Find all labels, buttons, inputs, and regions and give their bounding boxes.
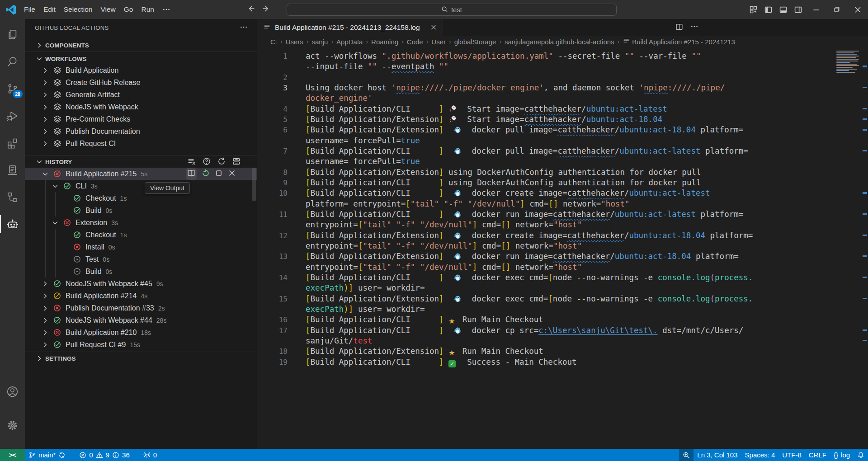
workflow-pull-request-ci[interactable]: Pull Request CI bbox=[25, 137, 257, 150]
hierarchy-icon[interactable] bbox=[0, 186, 25, 208]
overview-ruler[interactable] bbox=[862, 47, 868, 449]
restart-icon[interactable] bbox=[202, 169, 210, 179]
clear-history-icon[interactable] bbox=[188, 157, 196, 167]
log-line-15-2[interactable]: execPath)] user= workdir= bbox=[257, 304, 868, 315]
log-line-5[interactable]: 5[Build Application/Extension] Start ima… bbox=[257, 114, 868, 125]
log-line-17-2[interactable]: sanju/Git/test bbox=[257, 336, 868, 346]
collapse-all-icon[interactable] bbox=[232, 157, 241, 167]
log-line-11-2[interactable]: entrypoint=["tail" "-f" "/dev/null"] cmd… bbox=[257, 220, 868, 230]
more-actions-icon[interactable] bbox=[240, 23, 248, 33]
toggle-panel-icon[interactable] bbox=[776, 0, 791, 19]
breadcrumb-item[interactable]: Build Application #215 - 20241213 bbox=[623, 37, 735, 46]
search-icon[interactable] bbox=[0, 51, 25, 72]
back-icon[interactable] bbox=[247, 5, 255, 14]
search-input[interactable]: test bbox=[287, 4, 617, 16]
menu-edit[interactable]: Edit bbox=[39, 4, 60, 15]
log-line-1-1[interactable]: 1act --workflows ".github/workflows/appl… bbox=[257, 51, 868, 61]
eol[interactable]: CRLF bbox=[805, 449, 830, 461]
section-history[interactable]: HISTORY bbox=[25, 156, 257, 167]
breadcrumb-item[interactable]: globalStorage bbox=[454, 38, 496, 46]
customize-layout-icon[interactable] bbox=[746, 0, 761, 19]
breadcrumb-item[interactable]: User bbox=[431, 38, 446, 46]
log-line-16[interactable]: 16[Build Application/CLI ] ★ Run Main Ch… bbox=[257, 315, 868, 325]
tab-log-file[interactable]: Build Application #215 - 20241213_224158… bbox=[257, 19, 443, 36]
problems-indicator[interactable]: 0 9 36 bbox=[75, 449, 133, 461]
workflow-build-application[interactable]: Build Application bbox=[25, 64, 257, 76]
breadcrumb-item[interactable]: sanju bbox=[312, 38, 328, 46]
menu-file[interactable]: File bbox=[20, 4, 39, 15]
editor-more-actions-icon[interactable] bbox=[690, 23, 698, 33]
section-components[interactable]: COMPONENTS bbox=[25, 40, 257, 51]
stop-icon[interactable] bbox=[215, 169, 223, 179]
breadcrumb-item[interactable]: AppData bbox=[336, 38, 363, 46]
log-line-3-1[interactable]: 3Using docker host 'npipe:////./pipe/doc… bbox=[257, 83, 868, 93]
history-item-cli[interactable]: CLI3s bbox=[25, 180, 257, 192]
log-line-19[interactable]: 19[Build Application/CLI ] ✓ Success - M… bbox=[257, 357, 868, 367]
log-line-15-1[interactable]: 15[Build Application/Extension] docker e… bbox=[257, 294, 868, 304]
toggle-sidebar-icon[interactable] bbox=[761, 0, 776, 19]
ports-indicator[interactable]: 0 bbox=[140, 449, 160, 461]
log-line-8[interactable]: 8[Build Application/Extension] using Doc… bbox=[257, 167, 868, 178]
refresh-icon[interactable] bbox=[217, 157, 226, 167]
minimap[interactable] bbox=[836, 51, 861, 90]
breadcrumb-item[interactable]: Users bbox=[286, 38, 303, 46]
cursor-position[interactable]: Ln 3, Col 103 bbox=[693, 449, 741, 461]
source-control-icon[interactable]: 28 bbox=[0, 78, 25, 99]
history-item-build-application-215[interactable]: Build Application #2155s bbox=[25, 168, 257, 180]
forward-icon[interactable] bbox=[262, 5, 270, 14]
history-item-build-application-214[interactable]: Build Application #2144s bbox=[25, 290, 257, 302]
menu-run[interactable]: Run bbox=[137, 4, 158, 15]
extensions-icon[interactable] bbox=[0, 132, 25, 154]
log-line-4[interactable]: 4[Build Application/CLI ] Start image=ca… bbox=[257, 104, 868, 114]
log-line-13-2[interactable]: entrypoint=["tail" "-f" "/dev/null"] cmd… bbox=[257, 262, 868, 273]
breadcrumb-item[interactable]: Code bbox=[407, 38, 423, 46]
language-mode[interactable]: {} log bbox=[830, 449, 854, 461]
minimize-button[interactable] bbox=[806, 0, 826, 19]
log-line-10-2[interactable]: platform= entrypoint=["tail" "-f" "/dev/… bbox=[257, 199, 868, 209]
branch-indicator[interactable]: main* bbox=[25, 449, 69, 461]
close-button[interactable] bbox=[847, 0, 868, 19]
workflow-pre-commit-checks[interactable]: Pre-Commit Checks bbox=[25, 113, 257, 125]
breadcrumb-item[interactable]: Roaming bbox=[371, 38, 398, 46]
indentation[interactable]: Spaces: 4 bbox=[741, 449, 779, 461]
restore-button[interactable] bbox=[826, 0, 847, 19]
history-item-pull-request-ci-9[interactable]: Pull Request CI #915s bbox=[25, 339, 257, 351]
breadcrumb-item[interactable]: sanjulaganepola.github-local-actions bbox=[505, 38, 614, 46]
log-line-12-2[interactable]: entrypoint=["tail" "-f" "/dev/null"] cmd… bbox=[257, 241, 868, 251]
view-output-icon[interactable] bbox=[187, 169, 195, 179]
sidebar-scrollbar[interactable] bbox=[252, 168, 256, 201]
workflow-create-github-release[interactable]: Create GitHub Release bbox=[25, 76, 257, 89]
remote-explorer-icon[interactable] bbox=[0, 159, 25, 181]
history-item-nodejs-with-webpack-45[interactable]: NodeJS with Webpack #459s bbox=[25, 278, 257, 290]
log-line-9[interactable]: 9[Build Application/CLI ] using DockerAu… bbox=[257, 178, 868, 188]
github-local-actions-icon[interactable] bbox=[0, 213, 25, 235]
log-line-11-1[interactable]: 11[Build Application/CLI ] docker run im… bbox=[257, 209, 868, 220]
history-item-install[interactable]: Install0s bbox=[25, 241, 257, 253]
notifications[interactable] bbox=[854, 449, 868, 461]
encoding[interactable]: UTF-8 bbox=[778, 449, 805, 461]
history-item-publish-documentation-33[interactable]: Publish Documentation #332s bbox=[25, 302, 257, 314]
menu-view[interactable]: View bbox=[96, 4, 119, 15]
run-and-debug-icon[interactable] bbox=[0, 105, 25, 127]
toggle-secondary-sidebar-icon[interactable] bbox=[791, 0, 806, 19]
log-line-6-2[interactable]: username= forcePull=true bbox=[257, 136, 868, 146]
history-item-build[interactable]: Build0s bbox=[25, 265, 257, 278]
log-line-12-1[interactable]: 12[Build Application/Extension] docker c… bbox=[257, 230, 868, 241]
accounts-icon[interactable] bbox=[0, 381, 25, 402]
log-line-2[interactable]: 2 bbox=[257, 72, 868, 83]
log-line-7-2[interactable]: username= forcePull=true bbox=[257, 156, 868, 167]
section-settings[interactable]: SETTINGS bbox=[25, 353, 257, 364]
history-item-checkout[interactable]: Checkout1s bbox=[25, 229, 257, 241]
workflow-generate-artifact[interactable]: Generate Artifact bbox=[25, 89, 257, 101]
help-icon[interactable] bbox=[203, 157, 211, 167]
menu-go[interactable]: Go bbox=[120, 4, 137, 15]
history-item-checkout[interactable]: Checkout1s bbox=[25, 192, 257, 204]
log-line-3-2[interactable]: docker_engine' bbox=[257, 93, 868, 103]
split-editor-icon[interactable] bbox=[675, 23, 683, 33]
log-line-14-1[interactable]: 14[Build Application/CLI ] docker exec c… bbox=[257, 273, 868, 283]
log-line-10-1[interactable]: 10[Build Application/CLI ] docker create… bbox=[257, 188, 868, 198]
history-item-extension[interactable]: Extension3s bbox=[25, 216, 257, 229]
workflow-nodejs-with-webpack[interactable]: NodeJS with Webpack bbox=[25, 101, 257, 113]
history-item-test[interactable]: Test0s bbox=[25, 253, 257, 265]
tab-close-icon[interactable] bbox=[430, 24, 437, 32]
